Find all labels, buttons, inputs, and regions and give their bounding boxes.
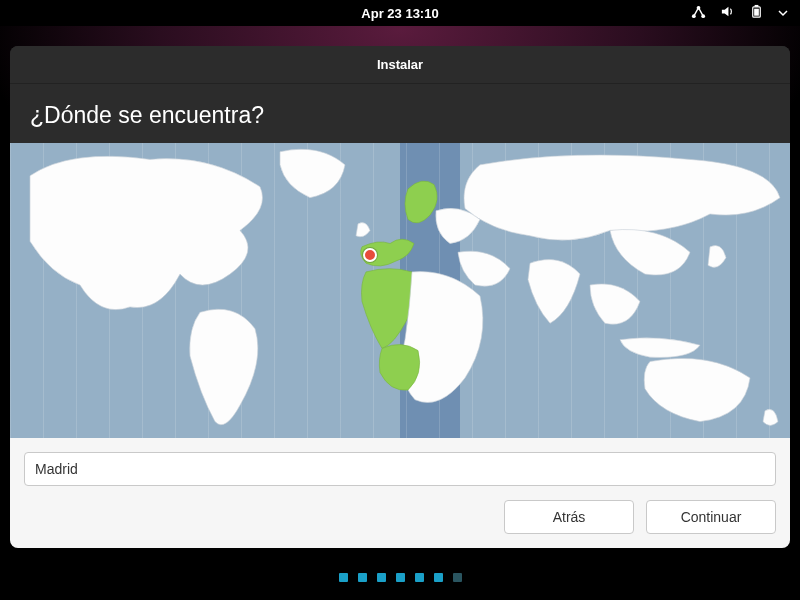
progress-dot bbox=[358, 573, 367, 582]
system-top-bar: Apr 23 13:10 bbox=[0, 0, 800, 26]
timezone-map[interactable] bbox=[10, 143, 790, 438]
location-marker-icon bbox=[363, 248, 377, 262]
lower-panel: Atrás Continuar bbox=[10, 438, 790, 548]
clock[interactable]: Apr 23 13:10 bbox=[361, 6, 438, 21]
network-icon[interactable] bbox=[691, 4, 706, 22]
button-row: Atrás Continuar bbox=[24, 500, 776, 534]
page-heading: ¿Dónde se encuentra? bbox=[10, 84, 790, 143]
progress-dot bbox=[453, 573, 462, 582]
progress-dot bbox=[377, 573, 386, 582]
world-map-svg bbox=[10, 143, 790, 438]
progress-dot bbox=[415, 573, 424, 582]
progress-dot bbox=[396, 573, 405, 582]
back-button[interactable]: Atrás bbox=[504, 500, 634, 534]
svg-rect-5 bbox=[754, 9, 759, 16]
installer-content: ¿Dónde se encuentra? bbox=[10, 84, 790, 548]
volume-icon[interactable] bbox=[720, 4, 735, 22]
window-title: Instalar bbox=[10, 46, 790, 84]
menu-caret-icon[interactable] bbox=[778, 6, 788, 21]
progress-dot bbox=[339, 573, 348, 582]
installer-window: Instalar ¿Dónde se encuentra? bbox=[10, 46, 790, 548]
progress-dot bbox=[434, 573, 443, 582]
timezone-input[interactable] bbox=[24, 452, 776, 486]
continue-button[interactable]: Continuar bbox=[646, 500, 776, 534]
progress-dots bbox=[0, 573, 800, 582]
svg-rect-4 bbox=[755, 5, 759, 7]
battery-icon[interactable] bbox=[749, 4, 764, 22]
system-tray bbox=[691, 4, 788, 22]
